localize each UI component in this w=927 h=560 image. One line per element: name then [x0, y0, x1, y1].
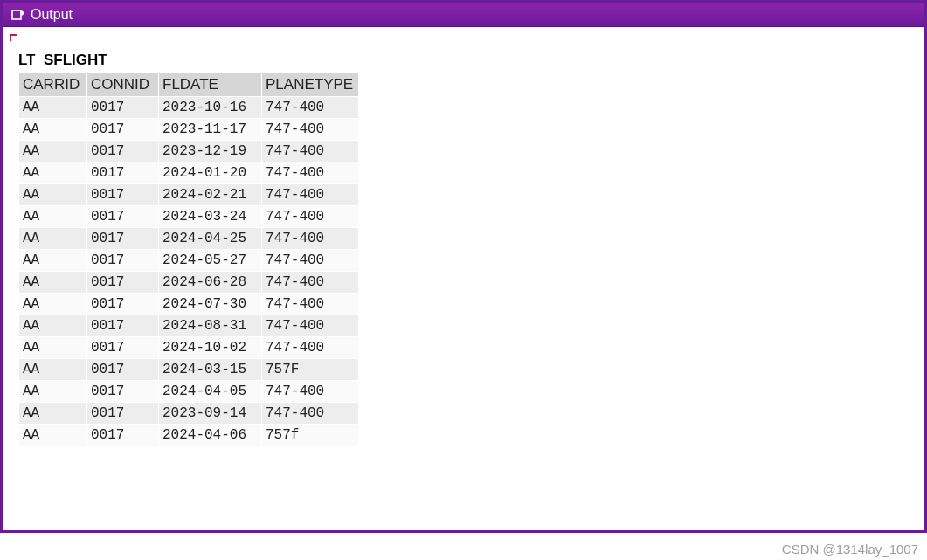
cell-planetype: 747-400: [262, 206, 359, 228]
content-area: LT_SFLIGHT CARRID CONNID FLDATE PLANETYP…: [3, 27, 924, 530]
cell-carrid: AA: [19, 294, 87, 315]
cell-planetype: 757f: [262, 425, 359, 446]
cell-carrid: AA: [19, 97, 87, 119]
cell-connid: 0017: [87, 184, 159, 206]
cell-planetype: 747-400: [262, 228, 359, 250]
cell-fldate: 2023-12-19: [159, 141, 262, 162]
cell-fldate: 2024-07-30: [159, 294, 262, 315]
cell-carrid: AA: [19, 359, 87, 381]
cell-fldate: 2023-09-14: [159, 403, 262, 425]
cell-planetype: 757F: [262, 359, 359, 381]
cell-carrid: AA: [19, 162, 87, 184]
cell-connid: 0017: [87, 337, 159, 359]
cell-planetype: 747-400: [262, 119, 359, 141]
cell-carrid: AA: [19, 403, 87, 425]
cell-carrid: AA: [19, 228, 87, 250]
table-row: AA00172024-04-06757f: [19, 425, 359, 446]
table-header-row: CARRID CONNID FLDATE PLANETYPE: [19, 73, 359, 97]
cell-planetype: 747-400: [262, 184, 359, 206]
table-row: AA00172024-08-31747-400: [19, 315, 359, 337]
cell-carrid: AA: [19, 250, 87, 272]
window-title: Output: [31, 7, 73, 23]
cell-connid: 0017: [87, 294, 159, 315]
table-row: AA00172024-06-28747-400: [19, 272, 359, 294]
svg-rect-0: [12, 10, 21, 19]
cell-fldate: 2024-03-24: [159, 206, 262, 228]
cell-connid: 0017: [87, 119, 159, 141]
cell-planetype: 747-400: [262, 141, 359, 162]
cell-connid: 0017: [87, 162, 159, 184]
table-row: AA00172024-02-21747-400: [19, 184, 359, 206]
cell-carrid: AA: [19, 425, 87, 446]
cell-fldate: 2024-05-27: [159, 250, 262, 272]
table-row: AA00172024-01-20747-400: [19, 162, 359, 184]
cell-fldate: 2024-02-21: [159, 184, 262, 206]
cell-carrid: AA: [19, 141, 87, 162]
table-row: AA00172023-10-16747-400: [19, 97, 359, 119]
table-row: AA00172023-12-19747-400: [19, 141, 359, 162]
table-row: AA00172023-09-14747-400: [19, 403, 359, 425]
cell-fldate: 2024-01-20: [159, 162, 262, 184]
cell-carrid: AA: [19, 206, 87, 228]
cell-connid: 0017: [87, 359, 159, 381]
cell-planetype: 747-400: [262, 162, 359, 184]
table-row: AA00172024-03-15757F: [19, 359, 359, 381]
cell-connid: 0017: [87, 381, 159, 403]
cell-planetype: 747-400: [262, 294, 359, 315]
cell-planetype: 747-400: [262, 250, 359, 272]
cell-fldate: 2024-04-05: [159, 381, 262, 403]
col-header-planetype: PLANETYPE: [262, 73, 359, 97]
col-header-fldate: FLDATE: [159, 73, 262, 97]
table-row: AA00172024-10-02747-400: [19, 337, 359, 359]
table-row: AA00172024-05-27747-400: [19, 250, 359, 272]
cell-carrid: AA: [19, 381, 87, 403]
table-row: AA00172024-04-05747-400: [19, 381, 359, 403]
col-header-connid: CONNID: [87, 73, 159, 97]
cell-planetype: 747-400: [262, 272, 359, 294]
output-icon: [10, 7, 25, 23]
cell-fldate: 2023-10-16: [159, 97, 262, 119]
cell-connid: 0017: [87, 250, 159, 272]
cell-carrid: AA: [19, 337, 87, 359]
table-body: AA00172023-10-16747-400AA00172023-11-177…: [19, 97, 359, 446]
cell-carrid: AA: [19, 315, 87, 337]
cell-connid: 0017: [87, 228, 159, 250]
cell-planetype: 747-400: [262, 337, 359, 359]
cell-planetype: 747-400: [262, 315, 359, 337]
col-header-carrid: CARRID: [19, 73, 87, 97]
cell-fldate: 2024-03-15: [159, 359, 262, 381]
cell-planetype: 747-400: [262, 97, 359, 119]
table-row: AA00172023-11-17747-400: [19, 119, 359, 141]
cell-planetype: 747-400: [262, 381, 359, 403]
titlebar: Output: [3, 3, 924, 27]
cell-carrid: AA: [19, 272, 87, 294]
cell-connid: 0017: [87, 403, 159, 425]
cell-connid: 0017: [87, 272, 159, 294]
cell-connid: 0017: [87, 141, 159, 162]
cell-fldate: 2024-08-31: [159, 315, 262, 337]
section-title: LT_SFLIGHT: [18, 52, 916, 69]
footer-credit: CSDN @1314lay_1007: [782, 542, 918, 557]
cell-connid: 0017: [87, 425, 159, 446]
table-row: AA00172024-07-30747-400: [19, 294, 359, 315]
cell-connid: 0017: [87, 206, 159, 228]
cell-fldate: 2024-06-28: [159, 272, 262, 294]
table-row: AA00172024-03-24747-400: [19, 206, 359, 228]
cell-connid: 0017: [87, 97, 159, 119]
data-table: CARRID CONNID FLDATE PLANETYPE AA0017202…: [18, 73, 359, 446]
cell-connid: 0017: [87, 315, 159, 337]
cell-fldate: 2024-10-02: [159, 337, 262, 359]
cell-planetype: 747-400: [262, 403, 359, 425]
section-marker: [10, 34, 18, 43]
cell-fldate: 2023-11-17: [159, 119, 262, 141]
cell-carrid: AA: [19, 119, 87, 141]
cell-carrid: AA: [19, 184, 87, 206]
output-window: Output LT_SFLIGHT CARRID CONNID FLDATE P…: [0, 0, 927, 533]
cell-fldate: 2024-04-25: [159, 228, 262, 250]
table-row: AA00172024-04-25747-400: [19, 228, 359, 250]
cell-fldate: 2024-04-06: [159, 425, 262, 446]
